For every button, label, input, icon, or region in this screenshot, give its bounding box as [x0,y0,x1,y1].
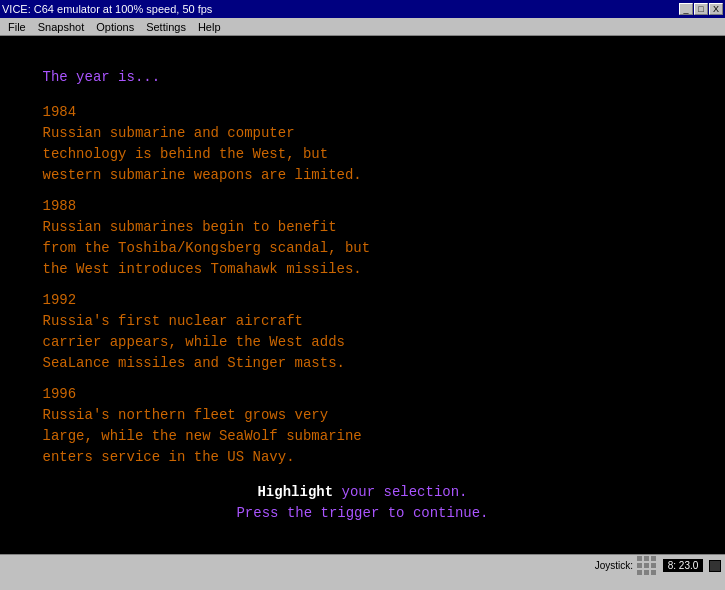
joystick-grid [637,556,657,576]
status-bar: Joystick: 8: 23.0 [0,554,725,576]
footer-line2: Press the trigger to continue. [43,503,683,524]
menu-settings[interactable]: Settings [140,19,192,35]
text-1984: Russian submarine and computertechnology… [43,123,683,186]
emulator-screen: The year is... 1984 Russian submarine an… [0,36,725,554]
joy-dot-2 [644,556,649,561]
menu-help[interactable]: Help [192,19,227,35]
minimize-button[interactable]: _ [679,3,693,15]
menu-options[interactable]: Options [90,19,140,35]
year-1984: 1984 [43,102,683,123]
maximize-button[interactable]: □ [694,3,708,15]
menu-snapshot[interactable]: Snapshot [32,19,90,35]
year-1992: 1992 [43,290,683,311]
footer-rest: your selection. [333,484,467,500]
joy-dot-3 [651,556,656,561]
text-1996: Russia's northern fleet grows verylarge,… [43,405,683,468]
joy-dot-9 [651,570,656,575]
intro-text: The year is... [43,67,683,88]
window-controls[interactable]: _ □ X [679,3,723,15]
joystick-label: Joystick: [595,560,633,571]
led-indicator [709,560,721,572]
speed-display: 8: 23.0 [663,559,703,572]
joy-dot-5 [644,563,649,568]
footer-line1: Highlight your selection. [43,482,683,503]
joy-dot-6 [651,563,656,568]
joy-dot-1 [637,556,642,561]
section-1984: 1984 Russian submarine and computertechn… [43,102,683,186]
section-1992: 1992 Russia's first nuclear aircraftcarr… [43,290,683,374]
joy-dot-7 [637,570,642,575]
window-title: VICE: C64 emulator at 100% speed, 50 fps [2,3,212,15]
menu-bar: File Snapshot Options Settings Help [0,18,725,36]
screen-content: The year is... 1984 Russian submarine an… [23,57,703,534]
joystick-section: Joystick: [595,556,657,576]
text-1992: Russia's first nuclear aircraftcarrier a… [43,311,683,374]
footer: Highlight your selection. Press the trig… [43,482,683,524]
close-button[interactable]: X [709,3,723,15]
year-1996: 1996 [43,384,683,405]
menu-file[interactable]: File [2,19,32,35]
text-1988: Russian submarines begin to benefitfrom … [43,217,683,280]
highlight-word: Highlight [257,484,333,500]
year-1988: 1988 [43,196,683,217]
section-1996: 1996 Russia's northern fleet grows veryl… [43,384,683,468]
joy-dot-8 [644,570,649,575]
title-bar: VICE: C64 emulator at 100% speed, 50 fps… [0,0,725,18]
joy-dot-4 [637,563,642,568]
section-1988: 1988 Russian submarines begin to benefit… [43,196,683,280]
